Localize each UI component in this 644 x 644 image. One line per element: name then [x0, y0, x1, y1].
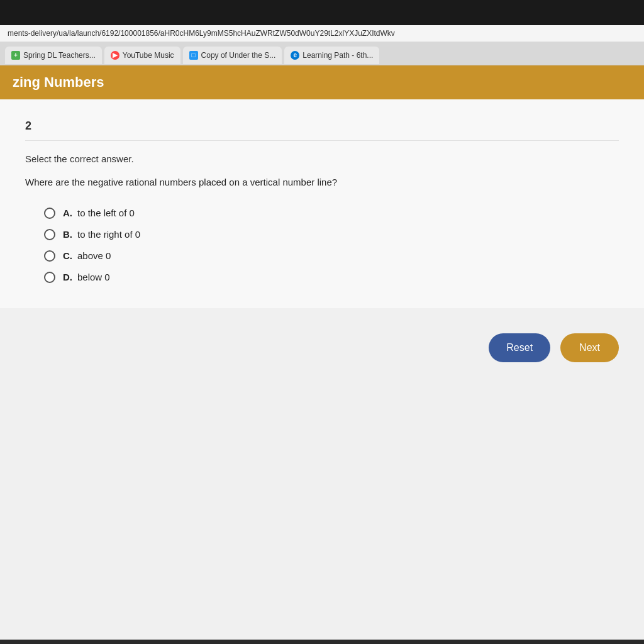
tab-copy[interactable]: □ Copy of Under the S...	[183, 47, 282, 64]
spring-tab-label: Spring DL Teachers...	[23, 51, 96, 60]
question-instruction: Select the correct answer.	[25, 153, 619, 164]
browser-chrome: ments-delivery/ua/la/launch/6192/1000018…	[0, 25, 644, 65]
option-d[interactable]: D.below 0	[44, 272, 619, 283]
url-bar[interactable]: ments-delivery/ua/la/launch/6192/1000018…	[0, 25, 644, 42]
tab-bar: + Spring DL Teachers... ▶ YouTube Music …	[0, 42, 644, 65]
option-d-letter: D.	[63, 272, 72, 282]
question-number: 2	[25, 112, 619, 141]
option-a-label: A.to the left of 0	[63, 208, 135, 218]
spring-tab-icon: +	[11, 51, 20, 60]
question-text: Where are the negative rational numbers …	[25, 175, 619, 190]
page-title: zing Numbers	[13, 74, 104, 90]
option-c-text: above 0	[77, 250, 111, 261]
option-b-text: to the right of 0	[77, 229, 140, 240]
reset-button[interactable]: Reset	[489, 333, 550, 362]
option-b-letter: B.	[63, 229, 72, 240]
next-button[interactable]: Next	[560, 333, 619, 362]
option-d-label: D.below 0	[63, 272, 110, 282]
answer-options: A.to the left of 0 B.to the right of 0 C…	[44, 208, 619, 283]
question-card: 2 Select the correct answer. Where are t…	[0, 99, 644, 308]
option-c[interactable]: C.above 0	[44, 250, 619, 262]
option-a[interactable]: A.to the left of 0	[44, 208, 619, 219]
copy-tab-icon: □	[189, 51, 198, 60]
radio-d[interactable]	[44, 272, 55, 283]
top-bar	[0, 0, 644, 25]
content-wrapper: 2 Select the correct answer. Where are t…	[0, 99, 644, 640]
youtube-tab-icon: ▶	[111, 51, 119, 60]
option-a-letter: A.	[63, 208, 72, 218]
option-a-text: to the left of 0	[77, 208, 135, 218]
radio-c[interactable]	[44, 250, 55, 262]
option-b-label: B.to the right of 0	[63, 229, 140, 240]
copy-tab-label: Copy of Under the S...	[201, 51, 276, 60]
option-b[interactable]: B.to the right of 0	[44, 229, 619, 240]
radio-b[interactable]	[44, 229, 55, 240]
button-row: Reset Next	[0, 308, 644, 375]
tab-youtube[interactable]: ▶ YouTube Music	[104, 47, 180, 64]
tab-learning[interactable]: e Learning Path - 6th...	[284, 47, 379, 64]
option-c-letter: C.	[63, 250, 72, 261]
url-text: ments-delivery/ua/la/launch/6192/1000018…	[8, 29, 395, 38]
tab-spring[interactable]: + Spring DL Teachers...	[5, 47, 102, 64]
radio-a[interactable]	[44, 208, 55, 219]
youtube-tab-label: YouTube Music	[123, 51, 174, 60]
learning-tab-label: Learning Path - 6th...	[303, 51, 373, 60]
option-c-label: C.above 0	[63, 250, 111, 261]
option-d-text: below 0	[77, 272, 110, 282]
page-header: zing Numbers	[0, 65, 644, 99]
learning-tab-icon: e	[291, 51, 299, 60]
